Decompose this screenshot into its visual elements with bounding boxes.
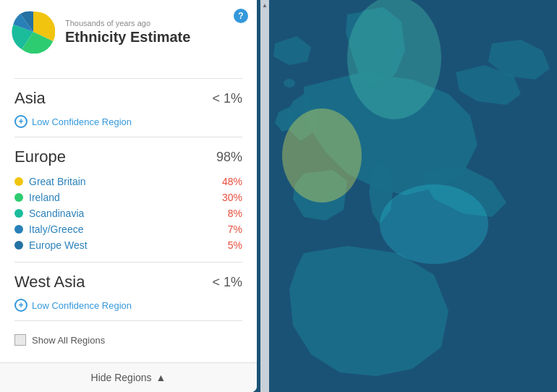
sub-region-left-ireland: Ireland	[14, 192, 60, 203]
divider-asia-europe	[14, 137, 242, 137]
svg-point-2	[282, 108, 362, 203]
dot-great-britain	[14, 177, 23, 186]
header-subtitle: Thousands of years ago	[65, 19, 245, 27]
sub-region-pct-europe-west: 5%	[228, 239, 242, 251]
sub-region-left-gb: Great Britain	[14, 176, 86, 187]
sub-region-ireland: Ireland 30%	[14, 189, 242, 205]
show-all-regions-row: Show All Regions	[14, 327, 242, 349]
dot-scandinavia	[14, 209, 23, 218]
low-confidence-label-west-asia[interactable]: Low Confidence Region	[32, 300, 132, 311]
sub-region-pct-scandinavia: 8%	[228, 208, 242, 219]
hide-regions-label[interactable]: Hide Regions	[91, 372, 152, 383]
header-text-block: Thousands of years ago Ethnicity Estimat…	[65, 19, 245, 46]
sub-region-pct-ireland: 30%	[222, 192, 242, 203]
sub-region-europe-west: Europe West 5%	[14, 237, 242, 253]
sub-region-pct-italy-greece: 7%	[228, 223, 242, 235]
dot-europe-west	[14, 241, 23, 250]
divider-bottom	[14, 320, 242, 321]
region-row-asia: Asia < 1%	[14, 85, 242, 112]
panel-header: Thousands of years ago Ethnicity Estimat…	[0, 0, 257, 61]
europe-sub-regions: Great Britain 48% Ireland 30% Scandinavi…	[14, 171, 242, 256]
help-icon[interactable]: ?	[234, 9, 248, 23]
region-name-asia: Asia	[14, 89, 46, 108]
panel-content: Asia < 1% + Low Confidence Region Europe…	[0, 61, 257, 362]
dot-ireland	[14, 193, 23, 202]
divider-top	[14, 78, 242, 79]
sub-region-italy-greece: Italy/Greece 7%	[14, 221, 242, 237]
low-confidence-icon-asia: +	[14, 115, 27, 128]
sub-region-pct-great-britain: 48%	[222, 176, 242, 187]
low-confidence-west-asia[interactable]: + Low Confidence Region	[14, 296, 242, 315]
sub-region-great-britain: Great Britain 48%	[14, 174, 242, 189]
low-confidence-icon-west-asia: +	[14, 299, 27, 312]
show-all-checkbox[interactable]	[14, 334, 26, 346]
region-row-west-asia: West Asia < 1%	[14, 268, 242, 296]
low-confidence-asia[interactable]: + Low Confidence Region	[14, 112, 242, 131]
sub-region-scandinavia: Scandinavia 8%	[14, 205, 242, 221]
scroll-up-arrow[interactable]: ▲	[260, 0, 269, 10]
sub-region-name-europe-west[interactable]: Europe West	[29, 239, 88, 251]
sub-region-left-europe-west: Europe West	[14, 239, 88, 251]
sub-region-left-italy-greece: Italy/Greece	[14, 223, 83, 235]
sub-region-left-scandinavia: Scandinavia	[14, 208, 84, 219]
region-pct-west-asia: < 1%	[212, 275, 242, 290]
region-row-europe: Europe 98%	[14, 143, 242, 171]
ethnicity-panel: Thousands of years ago Ethnicity Estimat…	[0, 0, 257, 392]
ethnicity-pie-chart	[12, 10, 55, 54]
region-name-europe: Europe	[14, 148, 66, 166]
chevron-up-icon: ▲	[156, 372, 166, 383]
svg-point-1	[347, 0, 441, 119]
divider-europe-westasia	[14, 262, 242, 263]
region-name-west-asia: West Asia	[14, 273, 85, 291]
sub-region-name-italy-greece[interactable]: Italy/Greece	[29, 223, 83, 235]
sub-region-name-great-britain[interactable]: Great Britain	[29, 176, 86, 187]
sub-region-name-ireland[interactable]: Ireland	[29, 192, 60, 203]
header-title: Ethnicity Estimate	[65, 29, 245, 46]
show-all-label[interactable]: Show All Regions	[32, 335, 105, 346]
region-pct-asia: < 1%	[212, 91, 242, 106]
svg-point-3	[380, 184, 488, 264]
sub-region-name-scandinavia[interactable]: Scandinavia	[29, 208, 84, 219]
scrollbar[interactable]: ▲	[260, 0, 269, 392]
svg-point-4	[284, 79, 295, 88]
dot-italy-greece	[14, 225, 23, 234]
hide-regions-footer[interactable]: Hide Regions ▲	[0, 362, 257, 392]
low-confidence-label-asia[interactable]: Low Confidence Region	[32, 116, 132, 127]
region-pct-europe: 98%	[216, 150, 242, 165]
